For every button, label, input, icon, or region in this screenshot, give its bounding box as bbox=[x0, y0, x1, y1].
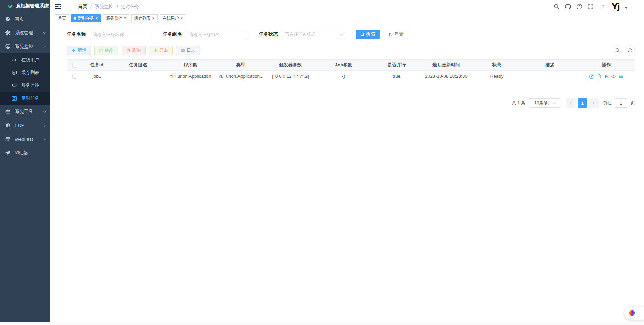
edit-icon[interactable] bbox=[589, 74, 594, 79]
sidebar-item-system-tools[interactable]: 系统工具 bbox=[0, 105, 50, 118]
pagination-total: 共 1 条 bbox=[512, 100, 525, 106]
sidebar-item-online-users[interactable]: 在线用户 bbox=[0, 53, 50, 66]
breadcrumb-separator: / bbox=[90, 4, 92, 9]
tab-home[interactable]: 首页 bbox=[55, 14, 69, 22]
task-name-label: 任务名称 bbox=[67, 31, 86, 37]
edit-button[interactable]: 修改 bbox=[94, 46, 118, 55]
sidebar-item-yi-framework[interactable]: Yi框架 bbox=[0, 146, 50, 160]
sidebar-item-home[interactable]: 首页 bbox=[0, 12, 50, 26]
tab-scheduled-tasks[interactable]: 定时任务 bbox=[71, 14, 101, 22]
page-content: 任务名称 任务组名 任务状态 请选择任务状态 bbox=[50, 23, 644, 325]
log-button-label: 日志 bbox=[187, 47, 195, 53]
toolbox-icon bbox=[5, 109, 10, 114]
export-button[interactable]: 导出 bbox=[149, 46, 173, 55]
tab-service-monitor[interactable]: 服务监控 bbox=[103, 14, 129, 22]
system-monitoring-submenu: 在线用户 缓存列表 bbox=[0, 53, 50, 105]
edit-button-label: 修改 bbox=[105, 47, 114, 53]
reset-button[interactable]: 重置 bbox=[384, 30, 408, 39]
monitor-icon bbox=[5, 44, 10, 49]
navbar: 首页 / 系统监控 / 定时任务 bbox=[50, 0, 644, 13]
edit-icon bbox=[99, 48, 103, 52]
log-button[interactable]: 日志 bbox=[176, 46, 200, 55]
cache-list-icon bbox=[11, 70, 17, 75]
gear-icon bbox=[5, 30, 10, 36]
search-icon[interactable] bbox=[554, 4, 559, 9]
next-page-button[interactable] bbox=[589, 98, 599, 108]
fullscreen-icon[interactable] bbox=[588, 4, 593, 9]
chevron-down-icon bbox=[43, 138, 46, 140]
sidebar-item-scheduled-tasks[interactable]: 定时任务 bbox=[0, 92, 50, 105]
tab-online-users[interactable]: 在线用户 bbox=[160, 14, 186, 22]
page-size-select[interactable]: 10条/页 bbox=[529, 98, 561, 108]
table-row: job1 Yi.Furion.Application Yi.Furion.App… bbox=[67, 71, 635, 82]
sidebar-item-label: 系统工具 bbox=[15, 109, 33, 115]
sidebar-item-erp[interactable]: ERP bbox=[0, 118, 50, 132]
sidebar-item-webfirst[interactable]: WebFirst bbox=[0, 132, 50, 146]
font-size-icon[interactable]: T T bbox=[599, 4, 606, 9]
select-all-checkbox[interactable] bbox=[72, 63, 77, 68]
log-detail-icon[interactable] bbox=[619, 74, 623, 79]
sidebar-item-cache-list[interactable]: 缓存列表 bbox=[0, 66, 50, 79]
cell-task-id: job1 bbox=[83, 71, 111, 82]
online-users-icon bbox=[11, 57, 17, 63]
globe-icon bbox=[5, 123, 10, 128]
task-status-label: 任务状态 bbox=[259, 31, 278, 37]
sidebar: 意框架管理系统 首页 bbox=[0, 0, 50, 322]
sidebar-item-system-management[interactable]: 系统管理 bbox=[0, 26, 50, 40]
close-icon[interactable] bbox=[124, 17, 126, 20]
dashboard-icon bbox=[5, 16, 10, 22]
app-logo[interactable]: 意框架管理系统 bbox=[0, 0, 50, 12]
fold-menu-icon[interactable] bbox=[55, 4, 61, 9]
close-icon[interactable] bbox=[180, 17, 183, 20]
sidebar-item-system-monitoring[interactable]: 系统监控 bbox=[0, 40, 50, 53]
table-utility-icons bbox=[613, 45, 635, 56]
sidebar-item-label: ERP bbox=[15, 123, 24, 128]
prev-page-button[interactable] bbox=[566, 98, 576, 108]
github-icon[interactable] bbox=[565, 4, 571, 10]
server-monitor-icon bbox=[11, 83, 17, 88]
search-icon bbox=[360, 32, 365, 37]
caret-down-icon[interactable] bbox=[625, 7, 628, 9]
task-group-input[interactable] bbox=[185, 30, 248, 39]
row-checkbox[interactable] bbox=[72, 74, 77, 79]
task-group-label: 任务组名 bbox=[163, 31, 182, 37]
close-icon[interactable] bbox=[95, 17, 98, 20]
help-icon[interactable]: ? bbox=[576, 4, 582, 10]
tab-label: 在线用户 bbox=[163, 15, 179, 21]
sidebar-item-service-monitor[interactable]: 服务监控 bbox=[0, 79, 50, 92]
goto-page-input[interactable] bbox=[614, 98, 628, 108]
tasks-table: 任务Id 任务组名 程序集 类型 触发器参数 Job参数 是否并行 最后更新时间… bbox=[67, 59, 635, 82]
plant-logo-icon bbox=[7, 3, 13, 9]
tab-label: 缓存列表 bbox=[134, 15, 151, 21]
search-icon[interactable] bbox=[613, 45, 623, 56]
page-size-value: 10条/页 bbox=[534, 100, 549, 106]
tab-cache-list[interactable]: 缓存列表 bbox=[131, 14, 158, 22]
view-icon[interactable] bbox=[611, 74, 616, 79]
refresh-icon[interactable] bbox=[625, 45, 635, 56]
export-button-label: 导出 bbox=[159, 47, 168, 53]
assistant-pill[interactable] bbox=[624, 307, 644, 320]
table-toolbar: 新增 修改 bbox=[67, 45, 635, 56]
horizontal-scrollbar-track[interactable] bbox=[0, 322, 644, 325]
task-name-input[interactable] bbox=[89, 30, 152, 39]
cell-concurrent: true bbox=[372, 71, 421, 82]
sidebar-item-label: WebFirst bbox=[15, 137, 33, 142]
log-list-icon bbox=[181, 48, 185, 52]
delete-icon[interactable] bbox=[597, 74, 602, 79]
brain-icon bbox=[627, 309, 636, 318]
app-title: 意框架管理系统 bbox=[16, 3, 49, 9]
close-icon[interactable] bbox=[152, 17, 155, 20]
run-icon[interactable] bbox=[604, 74, 608, 79]
task-status-select[interactable]: 请选择任务状态 bbox=[281, 30, 346, 39]
navbar-right: ? T T Yj bbox=[554, 2, 644, 11]
cell-type: Yi.Furion.Application... bbox=[216, 71, 266, 82]
add-button[interactable]: 新增 bbox=[67, 46, 91, 55]
delete-button[interactable]: 删除 bbox=[122, 46, 146, 55]
page-number-button[interactable]: 1 bbox=[578, 98, 587, 108]
cell-status: Ready bbox=[472, 71, 522, 82]
search-button[interactable]: 搜索 bbox=[356, 30, 380, 39]
breadcrumb-home[interactable]: 首页 bbox=[78, 4, 87, 10]
user-avatar[interactable]: Yj bbox=[612, 2, 619, 11]
table-header-row: 任务Id 任务组名 程序集 类型 触发器参数 Job参数 是否并行 最后更新时间… bbox=[67, 60, 635, 71]
filter-task-status: 任务状态 请选择任务状态 bbox=[259, 30, 346, 39]
